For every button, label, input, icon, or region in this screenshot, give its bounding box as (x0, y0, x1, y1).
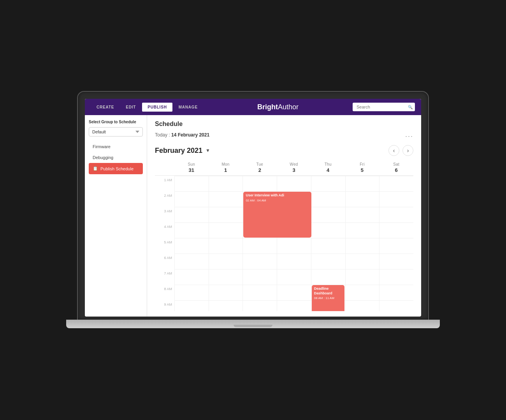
time-cell[interactable] (311, 238, 345, 254)
day-header-sat: Sat 6 (379, 162, 413, 173)
month-label: February 2021 (155, 147, 202, 155)
time-label: 3 AM (155, 207, 174, 222)
time-cell[interactable] (174, 207, 209, 222)
day-name-thu: Thu (311, 162, 345, 166)
today-info: Today : 14 February 2021 (155, 132, 209, 138)
time-cell[interactable] (174, 191, 209, 207)
sidebar-item-publish-schedule[interactable]: 📋 Publish Schedule (89, 163, 143, 174)
day-header-tue: Tue 2 (242, 162, 277, 173)
time-cell[interactable] (277, 238, 311, 254)
tab-edit[interactable]: EDIT (120, 103, 141, 112)
time-cell[interactable] (174, 269, 209, 285)
time-cell[interactable] (379, 222, 413, 238)
brand-bold: Bright (257, 103, 278, 111)
search-input[interactable] (353, 103, 415, 111)
time-cell[interactable] (311, 207, 345, 222)
day-name-tue: Tue (242, 162, 277, 166)
time-cell[interactable] (174, 222, 209, 238)
time-cell[interactable] (379, 254, 413, 269)
today-date: 14 February 2021 (171, 132, 209, 138)
time-cell[interactable] (379, 285, 413, 300)
time-cell[interactable] (174, 300, 209, 311)
time-cell[interactable] (174, 238, 209, 254)
time-cell[interactable] (379, 176, 413, 191)
time-cell[interactable] (174, 254, 209, 269)
firmware-label: Firmware (93, 144, 111, 149)
time-cell[interactable] (345, 191, 380, 207)
time-label: 1 AM (155, 176, 174, 191)
time-cell[interactable] (209, 207, 243, 222)
time-cell[interactable] (242, 285, 277, 300)
calendar-event[interactable]: Deadline Dashboard08 AM : 11 AM (312, 285, 344, 311)
time-cell[interactable] (311, 176, 345, 191)
time-cell[interactable] (277, 285, 311, 300)
calendar-event[interactable]: User Interview with Adi02 AM : 04 AM (243, 192, 311, 238)
day-header-wed: Wed 3 (277, 162, 311, 173)
time-cell[interactable] (379, 191, 413, 207)
day-name-wed: Wed (277, 162, 311, 166)
time-cell[interactable] (311, 191, 345, 207)
time-cell[interactable]: User Interview with Adi02 AM : 04 AM (242, 191, 277, 207)
time-cell[interactable] (345, 176, 380, 191)
time-label: 5 AM (155, 238, 174, 254)
time-cell[interactable] (277, 254, 311, 269)
month-dropdown-icon: ▼ (206, 148, 210, 153)
time-cell[interactable] (209, 238, 243, 254)
time-cell[interactable] (345, 238, 380, 254)
time-label: 8 AM (155, 285, 174, 300)
time-cell[interactable] (209, 254, 243, 269)
tab-manage[interactable]: MANAGE (173, 103, 203, 112)
day-header-thu: Thu 4 (311, 162, 345, 173)
time-cell[interactable] (209, 222, 243, 238)
laptop-notch (234, 325, 272, 327)
time-cell[interactable] (242, 176, 277, 191)
group-select[interactable]: Default (89, 127, 143, 136)
time-label: 4 AM (155, 222, 174, 238)
time-cell[interactable] (242, 300, 277, 311)
time-cell[interactable] (209, 300, 243, 311)
time-cell[interactable] (209, 191, 243, 207)
tab-publish[interactable]: PUBLISH (142, 103, 172, 112)
time-cell[interactable] (311, 269, 345, 285)
time-cell[interactable] (242, 238, 277, 254)
time-cell[interactable] (345, 207, 380, 222)
time-grid: 1 AM2 AMUser Interview with Adi02 AM : 0… (155, 176, 413, 311)
time-cell[interactable] (174, 176, 209, 191)
time-cell[interactable] (311, 222, 345, 238)
day-num-1: 1 (209, 167, 243, 173)
time-cell[interactable] (174, 285, 209, 300)
month-title[interactable]: February 2021 ▼ (155, 147, 210, 155)
time-cell[interactable] (242, 254, 277, 269)
time-cell[interactable] (345, 300, 380, 311)
tab-create[interactable]: CREATE (91, 103, 119, 112)
time-cell[interactable] (379, 238, 413, 254)
time-cell[interactable] (242, 269, 277, 285)
day-header-fri: Fri 5 (345, 162, 380, 173)
time-cell[interactable] (379, 207, 413, 222)
time-cell[interactable] (277, 300, 311, 311)
day-num-4: 4 (311, 167, 345, 173)
time-label: 2 AM (155, 191, 174, 207)
prev-month-button[interactable]: ‹ (388, 145, 399, 156)
more-options-button[interactable]: ... (405, 131, 413, 139)
time-cell[interactable] (345, 285, 380, 300)
time-cell[interactable] (209, 176, 243, 191)
nav-arrows: ‹ › (388, 145, 413, 156)
time-cell[interactable] (345, 254, 380, 269)
time-cell[interactable] (277, 269, 311, 285)
next-month-button[interactable]: › (402, 145, 413, 156)
sidebar-item-debugging[interactable]: Debugging (89, 152, 143, 163)
time-cell[interactable] (277, 176, 311, 191)
laptop-bezel: CREATE EDIT PUBLISH MANAGE BrightAuthor (78, 92, 428, 320)
time-cell[interactable] (209, 285, 243, 300)
publish-schedule-label: Publish Schedule (100, 166, 134, 171)
time-cell[interactable] (311, 254, 345, 269)
time-cell[interactable]: Deadline Dashboard08 AM : 11 AM (311, 285, 345, 300)
time-cell[interactable] (345, 222, 380, 238)
time-label: 6 AM (155, 254, 174, 269)
time-cell[interactable] (209, 269, 243, 285)
time-cell[interactable] (379, 300, 413, 311)
sidebar-item-firmware[interactable]: Firmware (89, 141, 143, 152)
time-cell[interactable] (345, 269, 380, 285)
time-cell[interactable] (379, 269, 413, 285)
